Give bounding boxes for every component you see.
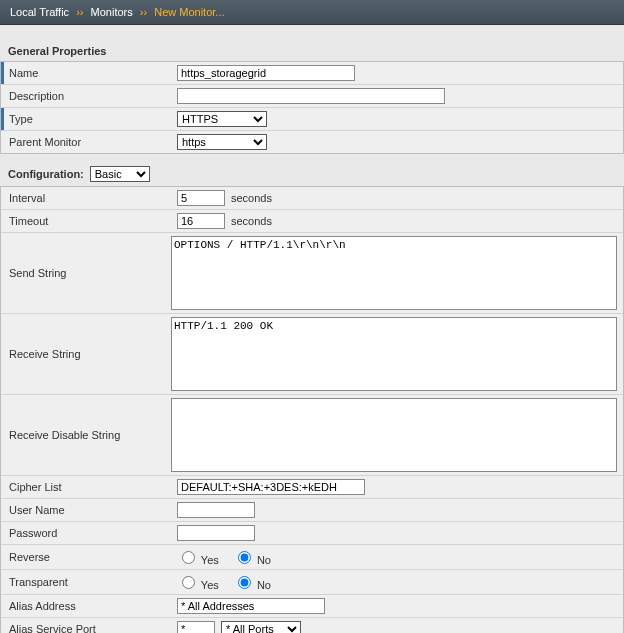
breadcrumb-current: New Monitor... — [154, 6, 224, 18]
breadcrumb-sep-icon: ›› — [136, 6, 151, 18]
alias-address-label: Alias Address — [1, 595, 171, 617]
alias-service-port-label: Alias Service Port — [1, 618, 171, 633]
send-string-label: Send String — [1, 233, 165, 313]
breadcrumb-local-traffic[interactable]: Local Traffic — [10, 6, 69, 18]
transparent-yes-radio[interactable] — [182, 576, 195, 589]
type-select[interactable]: HTTPS — [177, 111, 267, 127]
user-name-label: User Name — [1, 499, 171, 521]
configuration-label: Configuration: — [8, 168, 84, 180]
reverse-yes-radio[interactable] — [182, 551, 195, 564]
transparent-label: Transparent — [1, 570, 171, 594]
reverse-no-radio[interactable] — [238, 551, 251, 564]
interval-input[interactable] — [177, 190, 225, 206]
type-label: Type — [1, 108, 171, 130]
configuration-select[interactable]: Basic — [90, 166, 150, 182]
receive-string-label: Receive String — [1, 314, 165, 394]
receive-disable-string-textarea[interactable] — [171, 398, 617, 472]
configuration-panel: Interval seconds Timeout seconds Send St… — [0, 186, 624, 633]
receive-string-textarea[interactable]: HTTP/1.1 200 OK — [171, 317, 617, 391]
password-input[interactable] — [177, 525, 255, 541]
general-properties-panel: Name Description Type HTTPS Parent Monit… — [0, 61, 624, 154]
alias-service-port-select[interactable]: * All Ports — [221, 621, 301, 633]
user-name-input[interactable] — [177, 502, 255, 518]
alias-service-port-input[interactable] — [177, 621, 215, 633]
description-input[interactable] — [177, 88, 445, 104]
send-string-textarea[interactable]: OPTIONS / HTTP/1.1\r\n\r\n — [171, 236, 617, 310]
breadcrumb-sep-icon: ›› — [72, 6, 87, 18]
breadcrumb-monitors[interactable]: Monitors — [91, 6, 133, 18]
breadcrumb: Local Traffic ›› Monitors ›› New Monitor… — [0, 0, 624, 25]
timeout-unit: seconds — [231, 215, 272, 227]
timeout-label: Timeout — [1, 210, 171, 232]
name-input[interactable] — [177, 65, 355, 81]
parent-monitor-select[interactable]: https — [177, 134, 267, 150]
parent-monitor-label: Parent Monitor — [1, 131, 171, 153]
interval-label: Interval — [1, 187, 171, 209]
alias-address-input[interactable] — [177, 598, 325, 614]
transparent-no-radio[interactable] — [238, 576, 251, 589]
interval-unit: seconds — [231, 192, 272, 204]
cipher-list-input[interactable] — [177, 479, 365, 495]
reverse-label: Reverse — [1, 545, 171, 569]
section-general-properties: General Properties — [0, 43, 624, 61]
password-label: Password — [1, 522, 171, 544]
timeout-input[interactable] — [177, 213, 225, 229]
cipher-list-label: Cipher List — [1, 476, 171, 498]
name-label: Name — [1, 62, 171, 84]
description-label: Description — [1, 85, 171, 107]
receive-disable-string-label: Receive Disable String — [1, 395, 165, 475]
